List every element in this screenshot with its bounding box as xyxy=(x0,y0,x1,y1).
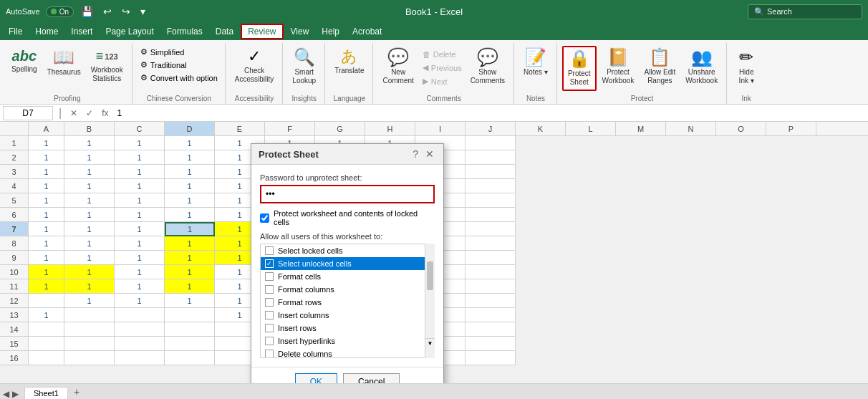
autosave-toggle[interactable]: On xyxy=(46,6,74,17)
cancel-button[interactable]: Cancel xyxy=(343,373,400,383)
quick-access-dropdown[interactable]: ▾ xyxy=(138,4,148,19)
row-header-6[interactable]: 6 xyxy=(0,208,29,222)
perm-checkbox-format-rows[interactable] xyxy=(265,298,274,307)
col-header-L[interactable]: L xyxy=(566,122,616,135)
smart-lookup-button[interactable]: 🔍 SmartLookup xyxy=(288,46,320,88)
cell-C15[interactable] xyxy=(115,337,165,351)
col-header-E[interactable]: E xyxy=(215,122,265,135)
scrollbar-down[interactable]: ▼ xyxy=(425,338,435,348)
row-header-8[interactable]: 8 xyxy=(0,236,29,251)
cell-A9[interactable]: 1 xyxy=(29,251,64,265)
ok-button[interactable]: OK xyxy=(295,373,337,383)
cell-C1[interactable]: 1 xyxy=(115,136,165,150)
cell-A12[interactable] xyxy=(29,294,64,308)
cell-D3[interactable]: 1 xyxy=(165,165,215,179)
col-header-M[interactable]: M xyxy=(616,122,666,135)
cell-D14[interactable] xyxy=(165,322,215,337)
perm-checkbox-format-columns[interactable] xyxy=(265,285,274,294)
cell-D10[interactable]: 1 xyxy=(165,265,215,279)
cell-A1[interactable]: 1 xyxy=(29,136,64,150)
workbook-statistics-button[interactable]: ≡ 123 WorkbookStatistics xyxy=(87,46,127,86)
col-header-B[interactable]: B xyxy=(64,122,115,135)
cell-J14[interactable] xyxy=(466,322,516,337)
menu-acrobat[interactable]: Acrobat xyxy=(347,25,387,38)
cell-A15[interactable] xyxy=(29,337,64,351)
perm-insert-hyperlinks[interactable]: Insert hyperlinks xyxy=(261,335,434,347)
cell-D2[interactable]: 1 xyxy=(165,150,215,165)
col-header-K[interactable]: K xyxy=(516,122,566,135)
cell-A3[interactable]: 1 xyxy=(29,165,64,179)
sheet-nav-prev[interactable]: ◀ xyxy=(3,389,9,399)
next-button[interactable]: ▶ Next xyxy=(420,75,465,87)
row-header-11[interactable]: 11 xyxy=(0,279,29,294)
save-icon[interactable]: 💾 xyxy=(78,4,96,19)
perm-checkbox-select-locked[interactable] xyxy=(265,246,274,255)
cell-D5[interactable]: 1 xyxy=(165,193,215,208)
cell-J2[interactable] xyxy=(466,150,516,165)
perm-insert-columns[interactable]: Insert columns xyxy=(261,309,434,322)
cell-J11[interactable] xyxy=(466,279,516,294)
cell-D6[interactable]: 1 xyxy=(165,208,215,222)
fx-icon[interactable]: fx xyxy=(99,108,111,118)
row-header-1[interactable]: 1 xyxy=(0,136,29,150)
scrollbar[interactable]: ▼ xyxy=(425,244,435,358)
cell-D15[interactable] xyxy=(165,337,215,351)
perm-checkbox-delete-columns[interactable] xyxy=(265,350,274,358)
cell-J9[interactable] xyxy=(466,251,516,265)
cell-J8[interactable] xyxy=(466,236,516,251)
cell-A8[interactable]: 1 xyxy=(29,236,64,251)
row-header-13[interactable]: 13 xyxy=(0,308,29,322)
cell-J6[interactable] xyxy=(466,208,516,222)
perm-delete-columns[interactable]: Delete columns xyxy=(261,347,434,358)
cell-C12[interactable]: 1 xyxy=(115,294,165,308)
row-header-7[interactable]: 7 xyxy=(0,222,29,236)
col-header-I[interactable]: I xyxy=(415,122,466,135)
cell-D1[interactable]: 1 xyxy=(165,136,215,150)
cell-A13[interactable]: 1 xyxy=(29,308,64,322)
cell-B7[interactable]: 1 xyxy=(64,222,115,236)
sheet-tab-1[interactable]: Sheet1 xyxy=(24,387,68,399)
cell-D4[interactable]: 1 xyxy=(165,179,215,193)
cell-B14[interactable] xyxy=(64,322,115,337)
cell-B11[interactable]: 1 xyxy=(64,279,115,294)
cell-J1[interactable] xyxy=(466,136,516,150)
col-header-C[interactable]: C xyxy=(115,122,165,135)
dialog-close-button[interactable]: ✕ xyxy=(423,148,436,160)
thesaurus-button[interactable]: 📖 Thesaurus xyxy=(43,46,85,80)
cell-J4[interactable] xyxy=(466,179,516,193)
notes-button[interactable]: 📝 Notes ▾ xyxy=(519,46,552,80)
perm-format-columns[interactable]: Format columns xyxy=(261,283,434,296)
cell-D12[interactable]: 1 xyxy=(165,294,215,308)
translate-button[interactable]: あ Translate xyxy=(330,46,368,78)
cell-J5[interactable] xyxy=(466,193,516,208)
cell-A14[interactable] xyxy=(29,322,64,337)
hide-ink-button[interactable]: ✏ HideInk ▾ xyxy=(732,46,761,88)
col-header-D[interactable]: D xyxy=(165,122,215,135)
allow-edit-ranges-button[interactable]: 📋 Allow EditRanges xyxy=(640,46,680,88)
cell-D11[interactable]: 1 xyxy=(165,279,215,294)
cell-J15[interactable] xyxy=(466,337,516,351)
cancel-formula-icon[interactable]: ✕ xyxy=(67,108,80,118)
perm-format-rows[interactable]: Format rows xyxy=(261,296,434,309)
cell-B3[interactable]: 1 xyxy=(64,165,115,179)
perm-select-unlocked[interactable]: ✓ Select unlocked cells xyxy=(261,257,434,270)
perm-checkbox-insert-hyperlinks[interactable] xyxy=(265,337,274,345)
cell-C6[interactable]: 1 xyxy=(115,208,165,222)
cell-C11[interactable]: 1 xyxy=(115,279,165,294)
cell-A16[interactable] xyxy=(29,351,64,365)
cell-reference[interactable] xyxy=(3,106,53,120)
cell-A6[interactable]: 1 xyxy=(29,208,64,222)
confirm-formula-icon[interactable]: ✓ xyxy=(83,108,96,118)
menu-help[interactable]: Help xyxy=(316,25,345,38)
row-header-14[interactable]: 14 xyxy=(0,322,29,337)
cell-B15[interactable] xyxy=(64,337,115,351)
cell-C16[interactable] xyxy=(115,351,165,365)
cell-J16[interactable] xyxy=(466,351,516,365)
menu-page-layout[interactable]: Page Layout xyxy=(100,25,159,38)
col-header-J[interactable]: J xyxy=(466,122,516,135)
perm-checkbox-insert-rows[interactable] xyxy=(265,324,274,332)
cell-A4[interactable]: 1 xyxy=(29,179,64,193)
cell-C4[interactable]: 1 xyxy=(115,179,165,193)
protect-workbook-button[interactable]: 📔 ProtectWorkbook xyxy=(598,46,639,88)
search-box[interactable]: 🔍 Search xyxy=(748,4,862,19)
